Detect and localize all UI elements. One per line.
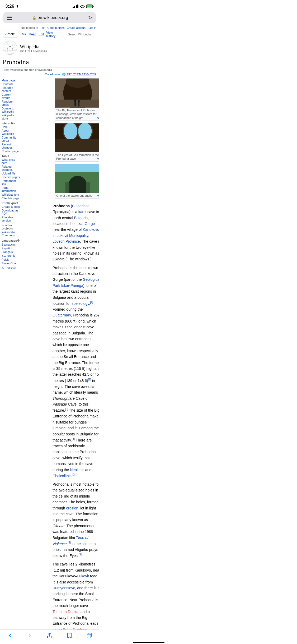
image-box-2: The Eyes of God formation in the Prohodn… [55,123,99,162]
contributions-link[interactable]: Contributions [48,26,65,29]
svg-rect-15 [55,100,99,108]
create-account-link[interactable]: Create account [67,26,86,29]
reload-button[interactable]: ↻ [88,15,92,21]
svg-text:Ω: Ω [12,48,13,50]
link-bulgarian[interactable]: Bulgarian [72,204,88,208]
tab-read[interactable]: Read [29,33,36,36]
wifi-icon [80,4,85,8]
link-lukovit-road[interactable]: Lukovit [77,574,89,578]
talk-link[interactable]: Talk [40,26,45,29]
svg-rect-2 [87,5,92,8]
svg-text:維: 維 [9,50,11,52]
sidebar-main-page[interactable]: Main page [2,79,20,82]
link-quaternary[interactable]: Quaternary [53,313,71,317]
search-input[interactable] [68,33,95,36]
lang-hy[interactable]: Հայerenic [2,254,20,257]
sidebar-recent-changes[interactable]: Recent changes [2,143,20,149]
sidebar-random-article[interactable]: Random article [2,100,20,106]
lang-pl[interactable]: Polski [2,258,20,261]
para-3: Prohodna is most notable for the two equ… [53,481,99,559]
url-display[interactable]: 🔒 en.wikipedia.org [32,15,68,20]
sidebar-upload-file[interactable]: Upload file [2,172,20,175]
link-neolithic[interactable]: Neolithic [70,468,84,472]
lang-fr[interactable]: Français [2,250,20,254]
sidebar-cite[interactable]: Cite this page [2,197,20,200]
battery-icon [86,4,94,8]
tab-article[interactable]: Article [3,30,17,38]
login-link[interactable]: Log in [88,26,96,29]
sidebar-wikidata[interactable]: Wikidata item [2,193,20,196]
sidebar-help[interactable]: Help [2,125,20,128]
link-bulgaria[interactable]: Bulgaria [74,216,88,220]
account-bar: Not logged in Talk Contributions Create … [0,25,99,30]
sidebar-printable[interactable]: Printable version [2,216,20,222]
sidebar-wikipedia-store[interactable]: Wikipedia store [2,114,20,120]
image-caption-1: The Big Entrance of Prohodna (Passage) c… [55,108,99,121]
tab-edit[interactable]: Edit [39,33,44,36]
status-bar: 3:26 [0,0,99,11]
link-time-of-violence[interactable]: Time of Violence [53,536,88,546]
sidebar-other-projects-title: In other projects [2,224,20,230]
sidebar-what-links[interactable]: What links here [2,158,20,164]
sidebar-page-info[interactable]: Page information [2,186,20,192]
wiki-images: The Big Entrance of Prohodna (Passage) c… [55,78,99,201]
image-caption-3: One of the cave's entrances ⊕ [55,193,99,198]
svg-point-20 [78,100,80,102]
link-temnata-dupka[interactable]: Temnata Dupka [53,610,78,614]
link-iskar-gorge[interactable]: Iskar Gorge [76,222,95,226]
tab-talk[interactable]: Talk [17,30,29,38]
search-box[interactable] [65,32,96,37]
link-erosion[interactable]: erosion [66,506,78,510]
expand-icon-3[interactable]: ⊕ [97,194,99,197]
link-geological-park[interactable]: Geological Park Iskar-Panega [53,277,99,287]
expand-icon-2[interactable]: ⊕ [97,157,99,160]
link-lovech[interactable]: Lovech Province [53,239,80,243]
share-button[interactable] [46,632,53,639]
link-karlukovo[interactable]: Karlukovo [83,227,99,232]
sidebar-download-pdf[interactable]: Download as PDF [2,209,20,215]
link-lukovit[interactable]: Lukovit Municipality [56,233,88,238]
sidebar-community[interactable]: Community portal [2,136,20,142]
main-content: The Big Entrance of Prohodna (Passage) c… [50,77,99,644]
coordinates[interactable]: Coordinates: 🌐 43°10′33″N 24°04′23″E [0,72,99,77]
sidebar-about[interactable]: About Wikipedia [2,129,20,135]
hamburger-menu[interactable] [7,16,12,20]
sidebar-current-events[interactable]: Current events [2,93,20,99]
link-speleology[interactable]: speleology [72,301,89,306]
expand-icon-1[interactable]: ⊕ [97,116,99,119]
lock-icon: 🔒 [32,16,36,20]
sidebar-featured-content[interactable]: Featured content [2,86,20,93]
sidebar-contact[interactable]: Contact page [2,150,20,153]
tab-view-history[interactable]: View history [46,31,63,38]
sidebar-wikimedia-commons[interactable]: Wikimedia Commons [2,231,20,237]
not-logged-in: Not logged in [21,26,38,29]
bottom-nav [0,629,99,644]
sidebar-create-book[interactable]: Create a book [2,205,20,208]
svg-text:W: W [8,44,12,48]
image-caption-2: The Eyes of God formation in the Prohodn… [55,152,99,162]
sidebar-edit-links[interactable]: ✎ Edit links [2,266,20,270]
svg-rect-31 [67,189,88,193]
back-button[interactable] [7,632,13,639]
sidebar-related-changes[interactable]: Related changes [2,165,20,171]
lang-sk[interactable]: Slovenčina [2,262,20,265]
lang-es[interactable]: Español [2,247,20,250]
wiki-header: W Ω Ω 維 Wikipedia The Free Encyclopedia [0,38,99,57]
sidebar-permanent-link[interactable]: Permanent link [2,179,20,186]
page-subtitle: From Wikipedia, the free encyclopedia [3,67,96,72]
forward-button[interactable] [27,632,33,639]
lang-bg[interactable]: Български [2,243,20,246]
address-bar[interactable]: 🔒 en.wikipedia.org ↻ [3,12,96,23]
sidebar-contents[interactable]: Contents [2,82,20,86]
link-rumyantsevo[interactable]: Rumyantsevo [53,586,75,590]
sidebar-donate[interactable]: Donate to Wikipedia [2,107,20,113]
sidebar-special-pages[interactable]: Special pages [2,176,20,179]
link-karst[interactable]: karst [78,210,86,214]
svg-rect-34 [87,634,91,638]
link-chalcolithic[interactable]: Chalcolithic [53,474,72,478]
tabs-button[interactable] [86,632,92,639]
gear-icon[interactable]: ⚙ [17,238,20,242]
para-2: Prohodna is the best known attraction in… [53,265,99,479]
wiki-tabs: Article Talk Read Edit View history [0,30,99,38]
bookmarks-button[interactable] [66,632,73,639]
